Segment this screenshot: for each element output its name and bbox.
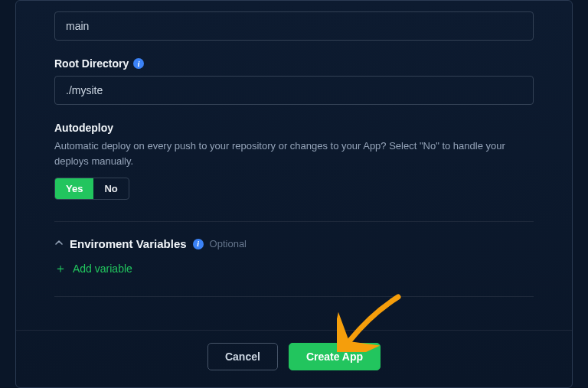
autodeploy-field: Autodeploy Automatic deploy on every pus… xyxy=(54,122,534,200)
create-app-button[interactable]: Create App xyxy=(289,343,381,370)
root-directory-field: Root Directory i xyxy=(54,57,534,105)
add-variable-button[interactable]: ＋ Add variable xyxy=(54,262,132,275)
branch-input[interactable] xyxy=(54,11,534,41)
root-directory-input[interactable] xyxy=(54,76,534,105)
form-content: Root Directory i Autodeploy Automatic de… xyxy=(16,1,572,330)
autodeploy-label-row: Autodeploy xyxy=(54,122,534,134)
add-variable-label: Add variable xyxy=(73,262,132,275)
plus-icon: ＋ xyxy=(54,262,67,275)
chevron-up-icon xyxy=(54,238,64,249)
autodeploy-no-button[interactable]: No xyxy=(93,178,128,199)
form-footer: Cancel Create App xyxy=(16,330,572,387)
env-vars-title: Enviroment Variables xyxy=(70,237,187,250)
divider xyxy=(54,296,534,297)
divider xyxy=(54,221,534,222)
cancel-button[interactable]: Cancel xyxy=(207,343,278,370)
autodeploy-toggle: Yes No xyxy=(54,178,129,200)
info-icon[interactable]: i xyxy=(133,58,144,69)
autodeploy-yes-button[interactable]: Yes xyxy=(55,178,93,199)
root-directory-label-row: Root Directory i xyxy=(54,57,534,70)
autodeploy-helper: Automatic deploy on every push to your r… xyxy=(54,139,534,168)
env-vars-optional: Optional xyxy=(210,238,247,249)
autodeploy-label: Autodeploy xyxy=(54,122,113,134)
env-vars-header[interactable]: Enviroment Variables i Optional xyxy=(54,237,534,250)
form-panel: Root Directory i Autodeploy Automatic de… xyxy=(15,0,573,388)
info-icon[interactable]: i xyxy=(193,239,204,249)
branch-field xyxy=(54,11,534,41)
root-directory-label: Root Directory xyxy=(54,57,129,70)
